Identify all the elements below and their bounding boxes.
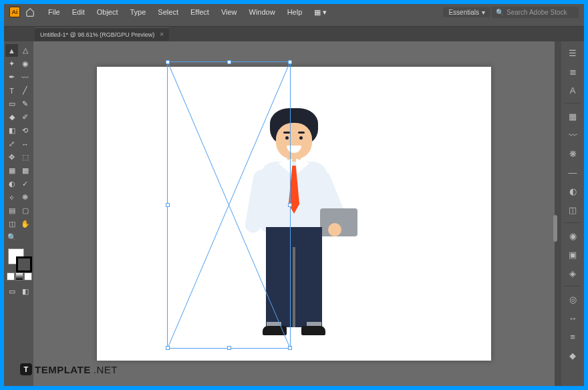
symbol-sprayer-tool[interactable]: ❋	[19, 191, 31, 204]
color-panel-icon[interactable]: ◈	[565, 266, 580, 280]
pen-tool[interactable]: ✒	[5, 71, 18, 83]
watermark-suffix: .NET	[94, 364, 118, 375]
layers-panel-icon[interactable]: ≣	[565, 64, 580, 79]
width-tool[interactable]: ↔	[19, 138, 31, 150]
perspective-tool[interactable]: ▦	[5, 164, 18, 177]
color-swatches	[5, 247, 32, 280]
close-icon[interactable]: ×	[160, 31, 164, 38]
blend-tool[interactable]: ⟡	[5, 191, 18, 204]
free-transform-tool[interactable]: ✥	[5, 151, 18, 164]
search-placeholder: Search Adobe Stock	[506, 9, 567, 16]
rotate-tool[interactable]: ⟲	[19, 124, 31, 137]
pathfinder-panel-icon[interactable]: ◆	[565, 348, 580, 363]
lasso-tool[interactable]: ◉	[19, 57, 31, 70]
shape-builder-tool[interactable]: ⬚	[19, 151, 31, 164]
app-logo[interactable]: Ai	[9, 7, 20, 17]
artboard-tool[interactable]: ▢	[19, 204, 31, 217]
panel-collapse-strip[interactable]	[555, 41, 561, 386]
pencil-tool[interactable]: ✐	[19, 111, 31, 124]
document-tabbar: Untitled-1* @ 98.61% (RGB/GPU Preview) ×	[4, 27, 584, 41]
shaper-tool[interactable]: ◆	[5, 111, 18, 124]
graph-tool[interactable]: ▤	[5, 204, 18, 217]
zoom-tool[interactable]: 🔍	[5, 231, 18, 244]
panel-divider	[565, 222, 581, 223]
stroke-panel-icon[interactable]: —	[565, 165, 580, 180]
menubar: Ai FileEditObjectTypeSelectEffectViewWin…	[4, 4, 584, 20]
gradient-mode-icon[interactable]	[15, 272, 23, 280]
artwork-businessman[interactable]	[244, 108, 344, 349]
symbols-panel-icon[interactable]: ❋	[565, 146, 580, 161]
document-tab[interactable]: Untitled-1* @ 98.61% (RGB/GPU Preview) ×	[35, 27, 169, 41]
type-tool[interactable]: T	[5, 84, 18, 97]
scrollbar-thumb[interactable]	[553, 215, 557, 242]
extras-menu[interactable]: ▦ ▾	[309, 7, 332, 18]
handle-ne[interactable]	[288, 60, 292, 64]
menu-type[interactable]: Type	[125, 7, 152, 17]
artboard[interactable]	[97, 67, 491, 361]
slice-tool[interactable]: ◫	[5, 218, 18, 230]
watermark-icon: T	[20, 363, 32, 375]
app-window: Ai FileEditObjectTypeSelectEffectViewWin…	[4, 4, 584, 386]
panel-divider	[565, 103, 581, 104]
search-field[interactable]: 🔍 Search Adobe Stock	[492, 7, 579, 18]
menu-window[interactable]: Window	[244, 7, 281, 17]
chevron-down-icon: ▾	[482, 9, 485, 16]
libraries-panel-icon[interactable]: A	[565, 83, 580, 98]
menu-help[interactable]: Help	[282, 7, 308, 17]
mesh-tool[interactable]: ▩	[19, 164, 31, 177]
gradient-panel-icon[interactable]: ◐	[565, 184, 580, 198]
main-area: ▲△✦◉✒〰T╱▭✎◆✐◧⟲⤢↔✥⬚▦▩◐✓⟡❋▤▢◫✋🔍 ▭ ◧	[4, 41, 584, 386]
eraser-tool[interactable]: ◧	[5, 124, 18, 137]
rectangle-tool[interactable]: ▭	[5, 98, 18, 110]
none-tool	[19, 231, 31, 244]
menu-view[interactable]: View	[216, 7, 243, 17]
direct-selection-tool[interactable]: △	[19, 44, 31, 57]
panel-dock: ☰≣A▦〰❋—◐◫◉▣◈◎↔≡◆	[561, 41, 584, 386]
menu-effect[interactable]: Effect	[185, 7, 214, 17]
menu-object[interactable]: Object	[92, 7, 124, 17]
workspace-label: Essentials	[448, 9, 479, 16]
transparency-panel-icon[interactable]: ◫	[565, 202, 580, 217]
home-icon[interactable]	[24, 6, 36, 18]
align-panel-icon[interactable]: ≡	[565, 329, 580, 344]
workspace-switcher[interactable]: Essentials ▾	[443, 7, 490, 17]
panel-divider	[565, 286, 581, 286]
transform-panel-icon[interactable]: ↔	[565, 311, 580, 325]
color-guide-panel-icon[interactable]: ◎	[565, 292, 580, 307]
stroke-swatch[interactable]	[16, 256, 32, 272]
color-mode-icon[interactable]	[7, 272, 15, 280]
gradient-tool[interactable]: ◐	[5, 178, 18, 190]
watermark-text: TEMPLATE	[35, 364, 91, 375]
draw-mode-icon[interactable]: ◧	[19, 285, 31, 298]
search-icon: 🔍	[496, 9, 504, 16]
eyedropper-tool[interactable]: ✓	[19, 178, 31, 190]
canvas-area[interactable]	[33, 41, 555, 386]
menu-select[interactable]: Select	[152, 7, 184, 17]
scale-tool[interactable]: ⤢	[5, 138, 18, 150]
properties-panel-icon[interactable]: ☰	[565, 45, 580, 60]
handle-n[interactable]	[227, 60, 231, 64]
menu-edit[interactable]: Edit	[67, 7, 90, 17]
curvature-tool[interactable]: 〰	[19, 71, 31, 83]
magic-wand-tool[interactable]: ✦	[5, 57, 18, 70]
line-tool[interactable]: ╱	[19, 84, 31, 97]
appearance-panel-icon[interactable]: ◉	[565, 228, 580, 243]
brushes-panel-icon[interactable]: 〰	[565, 128, 580, 142]
brush-tool[interactable]: ✎	[19, 98, 31, 110]
tab-title: Untitled-1* @ 98.61% (RGB/GPU Preview)	[40, 31, 154, 38]
menu-file[interactable]: File	[43, 7, 65, 17]
toolbox: ▲△✦◉✒〰T╱▭✎◆✐◧⟲⤢↔✥⬚▦▩◐✓⟡❋▤▢◫✋🔍 ▭ ◧	[4, 41, 33, 386]
graphic-styles-panel-icon[interactable]: ▣	[565, 247, 580, 262]
watermark: T TEMPLATE.NET	[20, 363, 118, 375]
control-bar	[4, 20, 584, 27]
handle-nw[interactable]	[166, 60, 170, 64]
none-mode-icon[interactable]	[24, 272, 32, 280]
swatches-panel-icon[interactable]: ▦	[565, 109, 580, 124]
selection-tool[interactable]: ▲	[5, 44, 18, 57]
screen-mode-icon[interactable]: ▭	[5, 285, 18, 298]
hand-tool[interactable]: ✋	[19, 218, 31, 230]
